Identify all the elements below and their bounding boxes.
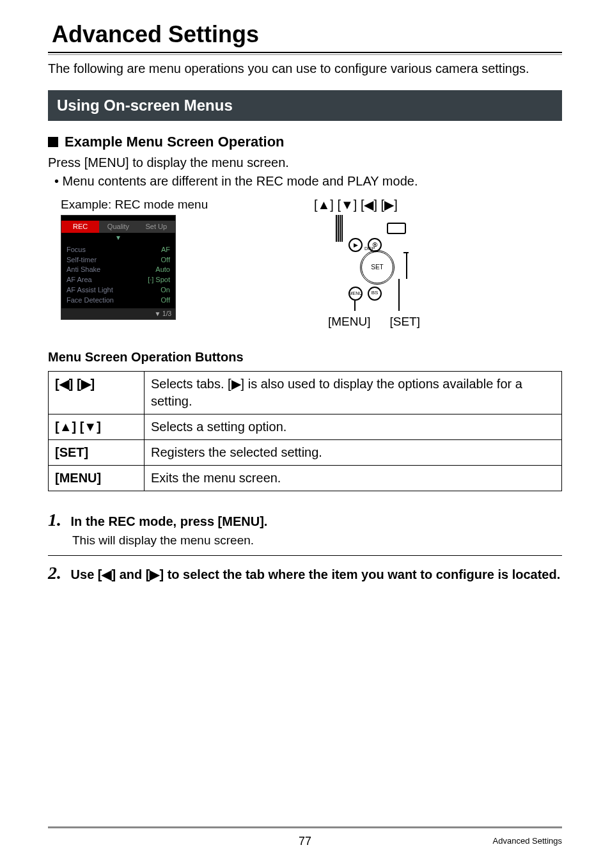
camera-menu-item: FocusAF [66,245,170,255]
step-body: This will display the menu screen. [72,532,562,549]
page-number: 77 [48,833,562,849]
example-label: Example: REC mode menu [61,196,253,213]
camera-menu-item-label: Focus [66,245,86,255]
camera-menu-item-value: AF [161,245,170,255]
set-button-label: SET [371,263,383,272]
press-menu-text: Press [MENU] to display the menu screen. [48,154,562,171]
table-desc: Selects a setting option. [145,414,562,440]
camera-page-indicator: ▼ 1/3 [61,308,175,320]
flash-icon [387,223,406,234]
disp-label: DISP [364,246,375,251]
title-underline [48,52,562,55]
table-key: [MENU] [49,466,145,491]
table-title: Menu Screen Operation Buttons [48,349,562,366]
camera-tab-setup: Set Up [137,221,175,233]
subsection-heading-text: Example Menu Screen Operation [65,132,285,152]
footer-breadcrumb: Advanced Settings [493,835,562,847]
table-row: [▲] [▼] Selects a setting option. [49,414,562,440]
example-menu-block: Example: REC mode menu REC Quality Set U… [61,196,253,320]
table-key: [▲] [▼] [49,414,145,440]
camera-menu-item: Anti ShakeAuto [66,265,170,274]
page-title: Advanced Settings [52,19,562,51]
step-title: In the REC mode, press [MENU]. [71,514,268,528]
callout-set-line-icon [398,279,400,311]
callout-line-icon [406,253,407,279]
camera-tab-quality: Quality [99,221,137,233]
step-number: 2. [48,561,67,585]
table-desc: Selects tabs. [▶] is also used to displa… [145,372,562,414]
step-title: Use [◀] and [▶] to select the tab where … [71,567,561,581]
section-heading-bar: Using On-screen Menus [48,90,562,121]
table-desc: Registers the selected setting. [145,440,562,466]
camera-menu-item: AF Assist LightOn [66,285,170,295]
illustration-row: Example: REC mode menu REC Quality Set U… [48,196,562,330]
camera-menu-item-label: Anti Shake [66,265,100,274]
operation-buttons-table: [◀] [▶] Selects tabs. [▶] is also used t… [48,371,562,491]
camera-menu-item-value: On [160,285,170,295]
step-2: 2. Use [◀] and [▶] to select the tab whe… [48,561,562,585]
step-number: 1. [48,508,67,532]
step-1: 1. In the REC mode, press [MENU]. This w… [48,508,562,548]
footer: 77 Advanced Settings [48,826,562,849]
callout-menu-line-icon [354,301,356,311]
camera-menu-item-label: Self-timer [66,255,97,265]
bs-button-icon: BS [368,287,382,301]
callout-lines-icon [336,215,337,242]
camera-menu-list: FocusAF Self-timerOff Anti ShakeAuto AF … [61,243,175,308]
bullet-note: • Menu contents are different in the REC… [54,173,562,190]
camera-menu-item-label: AF Assist Light [66,285,113,295]
menu-button-icon: MENU [348,287,363,301]
camera-tab-rec: REC [61,221,99,233]
camera-screen: REC Quality Set Up ▼ FocusAF Self-timerO… [61,215,176,320]
arrows-label: [▲] [▼] [◀] [▶] [314,196,457,214]
camera-menu-item-value: Auto [155,265,170,274]
table-key: [SET] [49,440,145,466]
callout-bar-icon [403,252,409,253]
camera-tab-row: REC Quality Set Up [61,221,175,233]
camera-menu-item-value: Off [161,296,170,305]
camera-menu-item-value: Off [161,255,170,265]
table-row: [SET] Registers the selected setting. [49,440,562,466]
camera-body-diagram: ▶ ⦿ SET DISP MENU BS [304,215,444,317]
camera-menu-item: Self-timerOff [66,255,170,265]
play-button-icon: ▶ [348,238,363,252]
table-key: [◀] [▶] [49,372,145,414]
camera-tab-arrow-icon: ▼ [61,233,175,242]
camera-menu-item: Face DetectionOff [66,296,170,305]
subsection-heading: Example Menu Screen Operation [48,132,562,152]
camera-menu-item: AF Area[·] Spot [66,275,170,285]
camera-menu-item-label: Face Detection [66,296,114,305]
camera-menu-item-label: AF Area [66,275,92,285]
camera-diagram-block: [▲] [▼] [◀] [▶] ▶ ⦿ SET DISP MENU BS [ME… [291,196,457,330]
table-row: [MENU] Exits the menu screen. [49,466,562,491]
table-desc: Exits the menu screen. [145,466,562,491]
control-wheel-icon: SET [360,250,395,285]
camera-menu-item-value: [·] Spot [148,275,170,285]
table-row: [◀] [▶] Selects tabs. [▶] is also used t… [49,372,562,414]
intro-text: The following are menu operations you ca… [48,60,562,77]
step-separator [48,555,562,556]
